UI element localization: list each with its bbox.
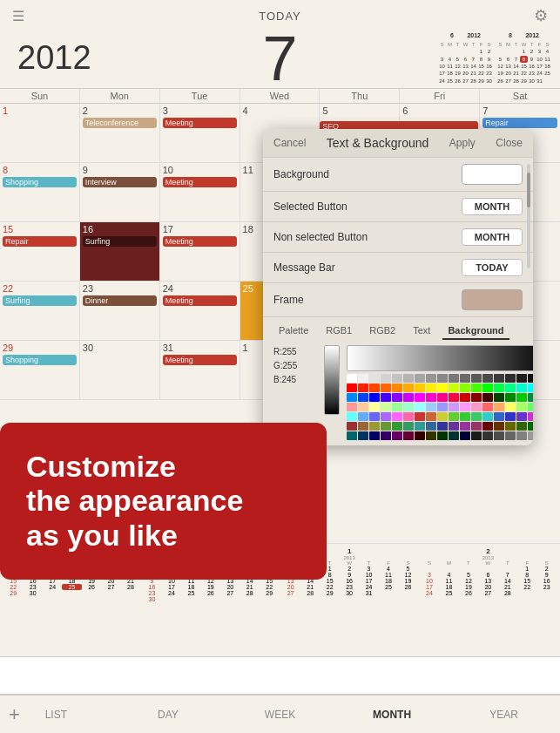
color-cell[interactable]: [460, 431, 470, 440]
cal-cell-30[interactable]: 30: [80, 341, 160, 400]
color-cell[interactable]: [415, 403, 425, 411]
color-cell[interactable]: [358, 422, 368, 431]
color-cell[interactable]: [358, 412, 368, 421]
cal-cell-10[interactable]: 10Meeting: [160, 163, 240, 222]
bottom-input[interactable]: [7, 669, 553, 682]
cal-cell-29[interactable]: 29Shopping: [0, 341, 80, 400]
color-cell[interactable]: [449, 431, 459, 440]
color-cell[interactable]: [449, 422, 459, 431]
color-cell[interactable]: [460, 403, 470, 411]
background-swatch[interactable]: [462, 164, 523, 185]
color-cell[interactable]: [381, 403, 391, 411]
color-cell[interactable]: [381, 422, 391, 431]
color-cell[interactable]: [403, 431, 414, 440]
color-cell[interactable]: [494, 422, 504, 431]
color-cell[interactable]: [505, 403, 516, 411]
gradient-strip[interactable]: [324, 345, 340, 415]
selected-btn-value[interactable]: MONTH: [462, 198, 523, 215]
color-cell[interactable]: [460, 383, 470, 392]
color-cell[interactable]: [471, 431, 482, 440]
color-cell[interactable]: [392, 422, 402, 431]
color-cell[interactable]: [347, 422, 357, 431]
color-cell[interactable]: [437, 422, 448, 431]
color-cell[interactable]: [415, 374, 425, 383]
color-cell[interactable]: [392, 393, 402, 402]
color-cell[interactable]: [516, 383, 527, 392]
color-cell[interactable]: [528, 374, 533, 383]
color-cell[interactable]: [392, 412, 402, 421]
color-cell[interactable]: [358, 374, 368, 383]
color-cell[interactable]: [358, 403, 368, 411]
color-cell[interactable]: [426, 422, 436, 431]
color-cell[interactable]: [381, 412, 391, 421]
color-cell[interactable]: [471, 422, 482, 431]
color-cell[interactable]: [494, 393, 504, 402]
color-cell[interactable]: [528, 422, 533, 431]
color-cell[interactable]: [471, 412, 482, 421]
color-cell[interactable]: [449, 393, 459, 402]
color-cell[interactable]: [437, 374, 448, 383]
apply-button[interactable]: Apply: [449, 137, 476, 149]
menu-icon[interactable]: ☰: [12, 8, 24, 24]
cal-cell-3[interactable]: 3Meeting: [160, 104, 240, 163]
color-cell[interactable]: [415, 431, 425, 440]
color-cell[interactable]: [369, 412, 380, 421]
color-cell[interactable]: [460, 422, 470, 431]
color-cell[interactable]: [369, 422, 380, 431]
color-cell[interactable]: [403, 422, 414, 431]
color-cell[interactable]: [369, 393, 380, 402]
nonselected-btn-value[interactable]: MONTH: [462, 228, 523, 246]
color-cell[interactable]: [494, 431, 504, 440]
color-cell[interactable]: [516, 374, 527, 383]
color-cell[interactable]: [482, 412, 493, 421]
frame-swatch[interactable]: [462, 289, 523, 310]
color-cell[interactable]: [482, 383, 493, 392]
color-cell[interactable]: [403, 393, 414, 402]
color-cell[interactable]: [415, 393, 425, 402]
color-cell[interactable]: [392, 431, 402, 440]
color-cell[interactable]: [369, 431, 380, 440]
color-cell[interactable]: [347, 412, 357, 421]
tab-background[interactable]: Background: [442, 322, 509, 340]
color-cell[interactable]: [426, 412, 436, 421]
color-cell[interactable]: [471, 393, 482, 402]
color-cell[interactable]: [426, 431, 436, 440]
color-cell[interactable]: [437, 393, 448, 402]
cal-cell-8[interactable]: 8Shopping: [0, 163, 80, 222]
color-cell[interactable]: [505, 374, 516, 383]
color-cell[interactable]: [426, 374, 436, 383]
nav-day[interactable]: DAY: [112, 709, 225, 721]
color-cell[interactable]: [403, 403, 414, 411]
color-cell[interactable]: [460, 393, 470, 402]
color-cell[interactable]: [381, 393, 391, 402]
add-button[interactable]: +: [9, 703, 20, 726]
color-cell[interactable]: [437, 431, 448, 440]
color-cell[interactable]: [494, 383, 504, 392]
color-cell[interactable]: [528, 431, 533, 440]
tab-text[interactable]: Text: [408, 322, 435, 340]
color-cell[interactable]: [437, 403, 448, 411]
tab-palette[interactable]: Palette: [273, 322, 314, 340]
color-cell[interactable]: [482, 393, 493, 402]
color-cell[interactable]: [471, 374, 482, 383]
color-cell[interactable]: [381, 383, 391, 392]
color-cell[interactable]: [437, 412, 448, 421]
color-cell[interactable]: [505, 431, 516, 440]
color-cell[interactable]: [415, 383, 425, 392]
color-cell[interactable]: [505, 422, 516, 431]
color-cell[interactable]: [449, 374, 459, 383]
cal-cell-23[interactable]: 23Dinner: [80, 282, 160, 341]
color-cell[interactable]: [516, 393, 527, 402]
color-cell[interactable]: [426, 383, 436, 392]
color-gradient-white-black[interactable]: [347, 345, 533, 371]
color-cell[interactable]: [426, 403, 436, 411]
color-cell[interactable]: [426, 393, 436, 402]
color-cell[interactable]: [347, 393, 357, 402]
color-cell[interactable]: [460, 374, 470, 383]
color-cell[interactable]: [516, 422, 527, 431]
color-cell[interactable]: [358, 431, 368, 440]
color-cell[interactable]: [403, 383, 414, 392]
color-cell[interactable]: [482, 374, 493, 383]
color-cell[interactable]: [347, 403, 357, 411]
color-cell[interactable]: [347, 383, 357, 392]
